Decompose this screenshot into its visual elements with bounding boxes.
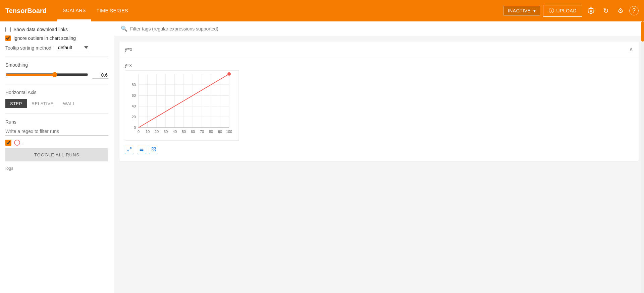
run-item: .: [5, 140, 108, 146]
gear-icon[interactable]: ⚙: [614, 5, 627, 17]
svg-rect-44: [154, 150, 155, 151]
runs-filter-input[interactable]: [5, 127, 108, 136]
chart-card: y=x ∧ y=x: [119, 42, 639, 161]
svg-text:60: 60: [132, 93, 136, 97]
nav-scalars[interactable]: SCALARS: [57, 0, 91, 21]
display-options-section: Show data download links Ignore outliers…: [5, 27, 108, 57]
chart-toolbar: [125, 143, 633, 155]
show-download-row[interactable]: Show data download links: [5, 27, 108, 32]
run-label: .: [23, 140, 24, 145]
svg-point-35: [227, 72, 231, 76]
chart-section-title: y=x: [125, 47, 132, 52]
ignore-outliers-checkbox[interactable]: [5, 35, 11, 41]
main-nav: SCALARS TIME SERIES: [57, 0, 503, 21]
status-dropdown[interactable]: INACTIVE ▾: [503, 6, 540, 16]
axis-buttons: STEP RELATIVE WALL: [5, 99, 108, 108]
refresh-icon[interactable]: ↻: [600, 5, 612, 17]
tooltip-select[interactable]: default ascending descending nearest: [57, 44, 89, 51]
help-icon[interactable]: ?: [629, 6, 639, 15]
ignore-outliers-label: Ignore outliers in chart scaling: [13, 35, 76, 41]
svg-text:90: 90: [218, 130, 222, 134]
upload-button[interactable]: ⓘ UPLOAD: [543, 5, 582, 17]
svg-line-36: [130, 148, 131, 149]
svg-text:60: 60: [191, 130, 195, 134]
app-logo: TensorBoard: [5, 7, 47, 15]
app-body: Show data download links Ignore outliers…: [0, 21, 644, 293]
axis-wall-button[interactable]: WALL: [58, 99, 80, 108]
chart-tag-label: y=x: [125, 63, 633, 68]
svg-rect-41: [152, 148, 153, 149]
right-scrollbar[interactable]: [641, 21, 644, 293]
svg-rect-43: [152, 150, 153, 151]
svg-text:100: 100: [226, 130, 232, 134]
header-right: INACTIVE ▾ ⓘ UPLOAD ↻ ⚙ ?: [503, 5, 639, 17]
svg-line-37: [128, 150, 129, 151]
filter-bar: 🔍: [114, 21, 644, 36]
settings-icon[interactable]: [585, 5, 597, 17]
scrollbar-thumb[interactable]: [641, 21, 644, 42]
svg-text:70: 70: [200, 130, 204, 134]
runs-section: Runs . TOGGLE ALL RUNS logs: [5, 119, 108, 176]
ignore-outliers-row[interactable]: Ignore outliers in chart scaling: [5, 35, 108, 41]
runs-title: Runs: [5, 119, 108, 125]
svg-text:20: 20: [132, 115, 136, 119]
filter-tags-input[interactable]: [130, 26, 637, 31]
smoothing-section: Smoothing 0.6: [5, 62, 108, 84]
chart-card-header: y=x ∧: [119, 42, 639, 57]
svg-text:40: 40: [132, 104, 136, 108]
run-color-circle: [14, 140, 20, 146]
axis-step-button[interactable]: STEP: [5, 99, 27, 108]
svg-text:0: 0: [138, 130, 140, 134]
svg-text:80: 80: [209, 130, 213, 134]
run-checkbox[interactable]: [5, 140, 11, 146]
axis-relative-button[interactable]: RELATIVE: [27, 99, 58, 108]
show-download-label: Show data download links: [13, 27, 68, 32]
svg-rect-42: [154, 148, 155, 149]
svg-text:30: 30: [164, 130, 168, 134]
app-header: TensorBoard SCALARS TIME SERIES INACTIVE…: [0, 0, 644, 21]
smoothing-slider[interactable]: [5, 72, 88, 77]
horizontal-axis-title: Horizontal Axis: [5, 90, 108, 95]
svg-text:50: 50: [182, 130, 186, 134]
tooltip-row: Tooltip sorting method: default ascendin…: [5, 44, 108, 51]
svg-text:40: 40: [173, 130, 177, 134]
chart-area: y=x: [119, 57, 639, 161]
data-table-button[interactable]: [137, 145, 146, 154]
nav-time-series[interactable]: TIME SERIES: [91, 0, 133, 21]
collapse-icon[interactable]: ∧: [629, 46, 633, 53]
image-view-button[interactable]: [149, 145, 158, 154]
smoothing-row: 0.6: [5, 72, 108, 79]
svg-text:0: 0: [134, 126, 136, 130]
info-icon: ⓘ: [549, 7, 554, 14]
svg-text:80: 80: [132, 83, 136, 87]
show-download-checkbox[interactable]: [5, 27, 11, 32]
horizontal-axis-section: Horizontal Axis STEP RELATIVE WALL: [5, 90, 108, 114]
sidebar: Show data download links Ignore outliers…: [0, 21, 114, 293]
toggle-all-runs-button[interactable]: TOGGLE ALL RUNS: [5, 148, 108, 161]
search-icon: 🔍: [121, 25, 127, 32]
chart-svg: 0 20 40 60 80 0 10 20 30 40 50 60 70 80 …: [125, 70, 239, 141]
tooltip-label: Tooltip sorting method:: [5, 45, 53, 51]
svg-text:10: 10: [146, 130, 150, 134]
svg-text:20: 20: [155, 130, 159, 134]
expand-chart-button[interactable]: [125, 145, 134, 154]
smoothing-value[interactable]: 0.6: [92, 72, 108, 79]
smoothing-title: Smoothing: [5, 62, 108, 68]
logs-label: logs: [5, 166, 13, 171]
main-content: 🔍 y=x ∧ y=x: [114, 21, 644, 293]
